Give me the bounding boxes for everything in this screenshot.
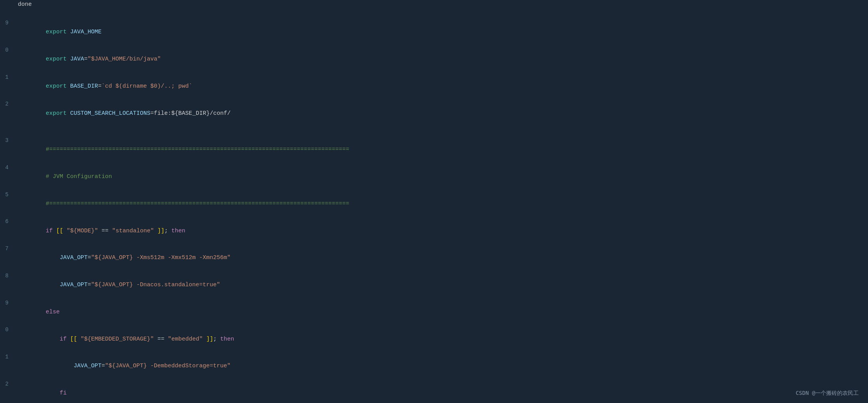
code-line: 9 else [0, 299, 868, 326]
code-line: 9 export JAVA_HOME [0, 19, 868, 46]
code-line: 7 JAVA_OPT="${JAVA_OPT} -Xms512m -Xmx512… [0, 244, 868, 272]
code-line: 2 export CUSTOM_SEARCH_LOCATIONS=file:${… [0, 100, 868, 127]
code-line [0, 127, 868, 136]
line-number: 8 [0, 272, 16, 280]
line-number: 7 [0, 245, 16, 253]
code-line: 2 fi [0, 380, 868, 403]
code-line [0, 9, 868, 19]
line-number: 0 [0, 326, 16, 334]
code-line: 5 #=====================================… [0, 190, 868, 218]
code-line: 4 # JVM Configuration [0, 163, 868, 190]
line-number: 3 [0, 137, 16, 145]
line-number: 2 [0, 100, 16, 109]
code-line: 6 if [[ "${MODE}" == "standalone" ]]; th… [0, 217, 868, 244]
line-number: 2 [0, 380, 16, 389]
line-number: 1 [0, 353, 16, 361]
line-number: 4 [0, 164, 16, 172]
code-line: done [0, 0, 868, 9]
line-number: 9 [0, 19, 16, 28]
code-lines: done 9 export JAVA_HOME 0 export JAVA="$… [0, 0, 868, 403]
line-number: 5 [0, 191, 16, 199]
code-line: 1 export BASE_DIR=`cd $(dirname $0)/..; … [0, 73, 868, 100]
code-editor: done 9 export JAVA_HOME 0 export JAVA="$… [0, 0, 868, 403]
code-line: 3 #=====================================… [0, 136, 868, 163]
line-number: 0 [0, 46, 16, 55]
code-line: 0 export JAVA="$JAVA_HOME/bin/java" [0, 46, 868, 73]
line-number: 9 [0, 299, 16, 308]
line-number: 6 [0, 218, 16, 226]
code-line: 1 JAVA_OPT="${JAVA_OPT} -DembeddedStorag… [0, 353, 868, 380]
line-number: 1 [0, 73, 16, 82]
code-line: 8 JAVA_OPT="${JAVA_OPT} -Dnacos.standalo… [0, 272, 868, 299]
watermark: CSDN @一个搬砖的农民工 [796, 390, 859, 397]
code-line: 0 if [[ "${EMBEDDED_STORAGE}" == "embedd… [0, 325, 868, 353]
